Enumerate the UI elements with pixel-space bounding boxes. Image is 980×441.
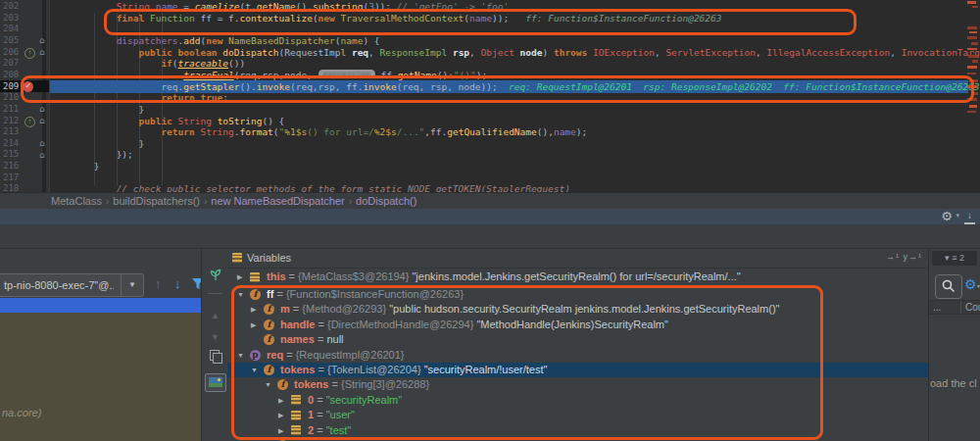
expand-arrow[interactable]: ▼ <box>237 348 244 363</box>
var-row-this[interactable]: ▶this = {MetaClass$3@26194} "jenkins.mod… <box>227 270 928 284</box>
error-stripe-mark <box>972 60 978 63</box>
expand-arrow[interactable]: ▶ <box>251 318 256 332</box>
var-row-handle[interactable]: ▶fhandle = {DirectMethodHandle@26294} "M… <box>227 318 928 332</box>
expand-arrow[interactable]: ▼ <box>265 377 271 392</box>
search-button[interactable] <box>935 274 962 299</box>
breadcrumb-separator: › <box>106 193 109 210</box>
frames-panel: tp-nio-8080-exec-7"@... ▼ ↑ ↓ na.core) <box>0 249 201 441</box>
overriding-method-icon[interactable]: ↑ <box>24 117 35 127</box>
field-icon: f <box>250 289 261 300</box>
code-line-205: dispatchers.add(new NameBasedDispatcher(… <box>49 35 380 47</box>
gear-icon[interactable]: ⚙ <box>941 209 953 224</box>
combo-dropdown-icon[interactable]: ▼ <box>121 274 143 296</box>
field-icon: f <box>264 319 274 330</box>
editor-gutter[interactable]: 202203204205⌂206↑⌂207208209210211⌂212↑⌂2… <box>0 0 50 192</box>
error-stripe-mark <box>969 79 978 82</box>
var-row-m[interactable]: ▶fm = {Method@26293} "public hudson.secu… <box>227 302 928 317</box>
error-stripe-mark <box>968 55 977 58</box>
filter-icon[interactable] <box>192 278 201 289</box>
error-stripe-mark <box>967 36 977 39</box>
library-frames-block[interactable]: na.core) <box>0 313 201 441</box>
copy-icon[interactable] <box>202 350 228 363</box>
expand-arrow[interactable]: ▶ <box>278 408 283 422</box>
line-number: 218 <box>3 183 23 192</box>
var-row-tokens[interactable]: ▼ftokens = {String[3]@26288} <box>227 377 928 392</box>
breadcrumb-item[interactable]: doDispatch() <box>356 193 416 210</box>
code-line-202: String name = camelize(t.getName().subst… <box>49 1 509 13</box>
array-value-icon <box>291 395 301 405</box>
variables-header: Variables →¹ y→¹ <box>227 249 928 269</box>
var-row-names[interactable]: fnames = null <box>227 332 928 347</box>
memory-columns-header: ... Cou <box>929 300 980 315</box>
error-stripe-mark <box>969 31 977 33</box>
code-editor[interactable]: String name = camelize(t.getName().subst… <box>0 0 980 192</box>
gutter-marker-icon[interactable]: ⌂ <box>39 117 45 125</box>
var-row-tokens[interactable]: ▼ftokens = {TokenList@26204} "securityRe… <box>227 363 928 377</box>
code-line-212: public String toString() { <box>49 116 284 127</box>
scroll-down-icon[interactable]: ▼ <box>202 326 228 344</box>
array-value-icon <box>291 411 301 420</box>
expand-arrow[interactable]: ▼ <box>237 287 244 302</box>
line-number: 209 <box>3 81 23 91</box>
frame-down-icon[interactable]: ↓ <box>174 276 181 291</box>
settings-gear-icon[interactable]: ⚙ <box>964 276 977 292</box>
column-count[interactable]: Cou <box>960 301 980 314</box>
code-line-210: return true; <box>49 92 228 104</box>
variables-icon <box>232 253 242 263</box>
expand-arrow[interactable]: ▶ <box>237 270 242 284</box>
error-stripe-mark <box>969 105 977 108</box>
gutter-marker-icon[interactable]: ⌂ <box>39 36 45 45</box>
parameter-icon: p <box>250 350 261 361</box>
breadcrumb-separator: › <box>204 193 207 210</box>
expand-arrow[interactable]: ▶ <box>278 423 283 438</box>
variables-header-actions[interactable]: →¹ y→¹ <box>886 252 922 262</box>
separator <box>202 293 228 294</box>
memory-view-panel: ▾ ≡ 2 ⚙ ▾ ... Cou oad the cl <box>928 249 980 441</box>
error-stripe-mark <box>967 26 977 29</box>
gutter-marker-icon[interactable]: ⌂ <box>39 151 45 160</box>
show-values-image-icon[interactable] <box>202 373 228 392</box>
expand-arrow[interactable]: ▼ <box>251 363 258 377</box>
var-row-0[interactable]: ▶0 = "securityRealm" <box>227 393 928 408</box>
scroll-up-icon[interactable]: ▲ <box>202 305 228 322</box>
error-stripe-mark <box>972 6 978 8</box>
gutter-marker-icon[interactable]: ⌂ <box>39 48 45 57</box>
thread-name: tp-nio-8080-exec-7"@... <box>4 274 114 296</box>
frame-up-icon[interactable]: ↑ <box>155 276 162 291</box>
thread-selector-combo[interactable]: tp-nio-8080-exec-7"@... ▼ <box>0 273 144 297</box>
code-line-203: final Function ff = f.contextualize(new … <box>49 13 722 24</box>
error-stripe-mark <box>967 111 976 113</box>
collapsed-expression-pill: expression <box>318 70 375 78</box>
var-row-2[interactable]: ▶2 = "test" <box>227 423 928 438</box>
overriding-method-icon[interactable]: ↑ <box>24 48 35 59</box>
array-value-icon <box>250 272 260 282</box>
breadcrumb-item[interactable]: MetaClass <box>51 193 102 210</box>
breakpoint-icon[interactable] <box>23 81 33 92</box>
error-stripe-mark <box>967 73 976 74</box>
chevron-down-icon[interactable]: ▾ <box>956 212 959 220</box>
var-text: req = {RequestImpl@26201} <box>267 348 405 363</box>
line-number: 211 <box>3 104 23 114</box>
code-line-211: } <box>49 104 144 116</box>
var-row-ff[interactable]: ▼fff = {Function$InstanceFunction@26263} <box>227 287 928 302</box>
line-number: 208 <box>3 70 23 79</box>
gutter-marker-icon[interactable]: ⌂ <box>39 139 45 148</box>
gutter-marker-icon[interactable]: ⌂ <box>39 105 45 114</box>
column-class[interactable]: ... <box>933 301 941 314</box>
breadcrumb-item[interactable]: new NameBasedDispatcher <box>211 193 344 210</box>
error-stripe-mark <box>971 92 978 95</box>
expand-arrow[interactable]: ▶ <box>278 393 283 408</box>
breadcrumb-item[interactable]: buildDispatchers() <box>113 193 200 210</box>
download-icon[interactable]: ↓ <box>964 210 975 224</box>
library-frame-label: na.core) <box>2 407 41 418</box>
code-line-213: return String.format("%1$s() for url=/%2… <box>49 126 587 138</box>
panel-tab-glyphs[interactable]: ▾ ≡ 2 <box>932 251 977 266</box>
line-number: 215 <box>3 149 23 159</box>
var-row-req[interactable]: ▼preq = {RequestImpl@26201} <box>227 348 928 363</box>
var-text: ff = {Function$InstanceFunction@26263} <box>267 287 464 302</box>
line-number: 217 <box>3 172 23 182</box>
add-watch-icon[interactable] <box>202 268 228 281</box>
var-row-1[interactable]: ▶1 = "user" <box>227 408 928 422</box>
selected-stack-frame[interactable] <box>0 298 201 313</box>
expand-arrow[interactable]: ▶ <box>251 302 256 317</box>
